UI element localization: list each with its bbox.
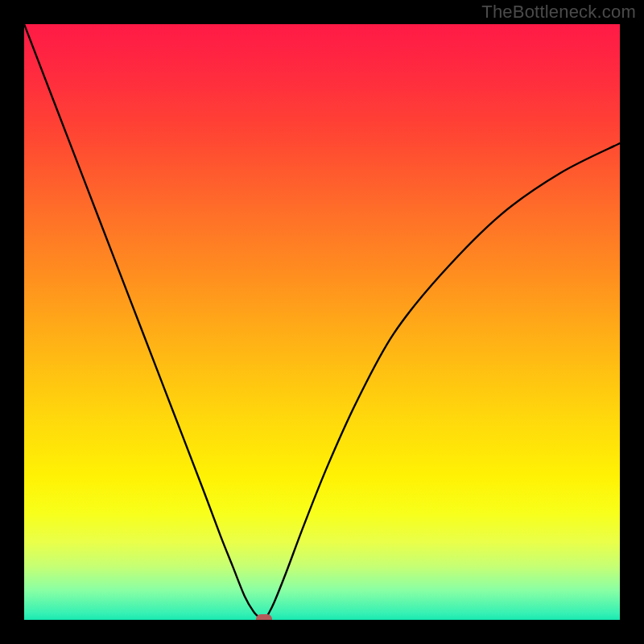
bottleneck-curve	[24, 24, 620, 620]
plot-area	[24, 24, 620, 620]
optimal-point-marker	[256, 614, 272, 620]
chart-frame: TheBottleneck.com	[0, 0, 644, 644]
watermark-text: TheBottleneck.com	[481, 2, 636, 23]
